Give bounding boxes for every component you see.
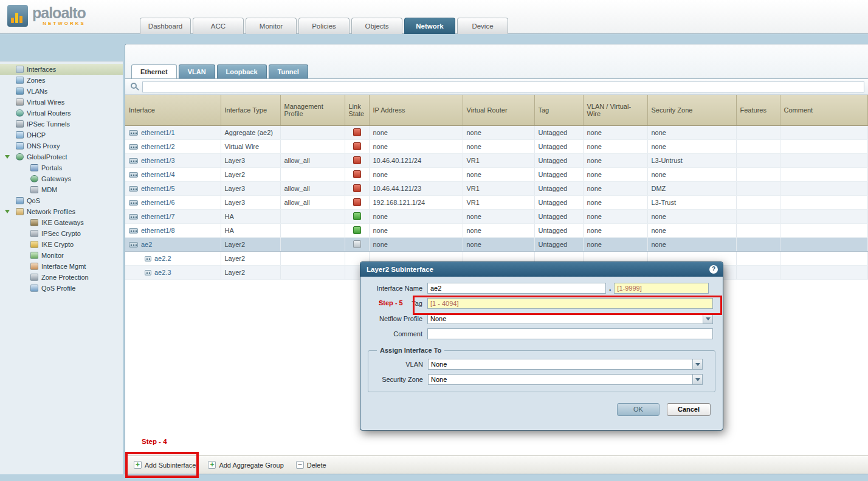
- sidebar-item-interfaces[interactable]: Interfaces: [0, 64, 123, 75]
- table-row[interactable]: ethernet1/4 Layer2 none none Untagged no…: [125, 167, 868, 181]
- table-row[interactable]: ethernet1/8 HA none none Untagged none n…: [125, 223, 868, 237]
- table-row[interactable]: ethernet1/1 Aggregate (ae2) none none Un…: [125, 125, 868, 139]
- chevron-down-icon[interactable]: [692, 359, 703, 370]
- tab-dashboard[interactable]: Dashboard: [140, 18, 191, 34]
- sidebar-item-monitor[interactable]: Monitor: [0, 250, 123, 261]
- sidebar-item-interface-mgmt[interactable]: Interface Mgmt: [0, 261, 123, 272]
- sidebar-item-ipsec-tunnels[interactable]: IPSec Tunnels: [0, 119, 123, 130]
- table-row[interactable]: ethernet1/7 HA none none Untagged none n…: [125, 209, 868, 223]
- sidebar-item-globalprotect[interactable]: GlobalProtect: [0, 151, 123, 162]
- subtab-vlan[interactable]: VLAN: [179, 64, 215, 78]
- interface-link[interactable]: ethernet1/1: [141, 129, 175, 136]
- column-header-interface-type[interactable]: Interface Type: [221, 95, 280, 125]
- sidebar-item-label: IKE Crypto: [41, 241, 74, 248]
- interface-link[interactable]: ae2.2: [154, 255, 171, 262]
- table-row-selected[interactable]: ae2 Layer2 none none Untagged none none: [125, 237, 868, 251]
- cell-interface-type: Virtual Wire: [221, 139, 280, 153]
- column-header-virtual-router[interactable]: Virtual Router: [463, 95, 534, 125]
- cancel-button[interactable]: Cancel: [667, 403, 711, 416]
- tab-policies[interactable]: Policies: [298, 18, 350, 34]
- column-header-tag[interactable]: Tag: [534, 95, 583, 125]
- ok-button[interactable]: OK: [617, 403, 660, 416]
- cell-ip-address: 192.168.121.1/24: [369, 195, 463, 209]
- tag-input[interactable]: [427, 298, 713, 309]
- vlans-icon: [16, 88, 24, 95]
- sidebar-item-ipsec-crypto[interactable]: IPSec Crypto: [0, 228, 123, 239]
- cell-vlan-virtual-wire: none: [583, 139, 647, 153]
- tab-device[interactable]: Device: [457, 18, 508, 34]
- cell-tag: Untagged: [534, 195, 583, 209]
- sidebar-item-dhcp[interactable]: DHCP: [0, 130, 123, 140]
- subtab-tunnel[interactable]: Tunnel: [269, 64, 308, 78]
- interface-suffix-input[interactable]: [614, 283, 709, 294]
- collapse-arrow-icon[interactable]: [5, 155, 10, 159]
- interface-link[interactable]: ethernet1/6: [141, 199, 175, 206]
- sidebar-item-virtual-routers[interactable]: Virtual Routers: [0, 108, 123, 119]
- assign-interface-to-group: Assign Interface To VLAN None Security Z…: [368, 347, 715, 392]
- search-input[interactable]: [142, 81, 864, 92]
- interface-link[interactable]: ethernet1/3: [141, 157, 175, 164]
- sidebar-item-mdm[interactable]: MDM: [0, 184, 123, 195]
- cell-security-zone: none: [647, 139, 736, 153]
- chevron-down-icon[interactable]: [703, 313, 713, 324]
- delete-button[interactable]: − Delete: [296, 461, 326, 469]
- sidebar-item-network-profiles[interactable]: Network Profiles: [0, 206, 123, 217]
- comment-label: Comment: [367, 330, 427, 337]
- sidebar-item-zones[interactable]: Zones: [0, 75, 123, 86]
- virtual-wires-icon: [16, 99, 24, 106]
- subtab-loopback[interactable]: Loopback: [217, 64, 267, 78]
- sidebar-item-ike-crypto[interactable]: IKE Crypto: [0, 239, 123, 250]
- interface-link[interactable]: ethernet1/4: [141, 171, 175, 178]
- table-row[interactable]: ethernet1/6 Layer3 allow_all 192.168.121…: [125, 195, 868, 209]
- column-header-comment[interactable]: Comment: [780, 95, 868, 125]
- name-separator: .: [609, 284, 611, 292]
- column-header-features[interactable]: Features: [736, 95, 780, 125]
- add-subinterface-button[interactable]: + Add Subinterface: [134, 461, 196, 469]
- comment-input[interactable]: [427, 328, 713, 339]
- column-header-interface[interactable]: Interface: [125, 95, 221, 125]
- sidebar-item-vlans[interactable]: VLANs: [0, 86, 123, 97]
- vlan-select[interactable]: None: [428, 359, 703, 370]
- table-row[interactable]: ethernet1/5 Layer3 allow_all 10.46.44.12…: [125, 181, 868, 195]
- chevron-down-icon[interactable]: [692, 374, 703, 385]
- interface-link[interactable]: ae2.3: [154, 269, 171, 276]
- interface-link[interactable]: ethernet1/2: [141, 143, 175, 150]
- cell-security-zone: L3-Untrust: [647, 153, 736, 167]
- sidebar-item-gateways[interactable]: Gateways: [0, 173, 123, 184]
- tab-objects[interactable]: Objects: [351, 18, 402, 34]
- column-header-link-state[interactable]: Link State: [345, 95, 369, 125]
- interface-link[interactable]: ethernet1/7: [141, 213, 175, 220]
- interface-name-input[interactable]: [427, 283, 606, 294]
- interface-link[interactable]: ae2: [141, 241, 152, 248]
- column-header-vlan-virtual-wire[interactable]: VLAN / Virtual-Wire: [583, 95, 647, 125]
- sidebar-item-ike-gateways[interactable]: IKE Gateways: [0, 217, 123, 228]
- cell-management-profile: allow_all: [280, 181, 345, 195]
- sidebar-item-zone-protection[interactable]: Zone Protection: [0, 272, 123, 283]
- interface-link[interactable]: ethernet1/5: [141, 185, 175, 192]
- security-zone-select[interactable]: None: [428, 374, 703, 385]
- tab-monitor[interactable]: Monitor: [246, 18, 297, 34]
- sidebar-item-dns-proxy[interactable]: DNS Proxy: [0, 140, 123, 151]
- interface-link[interactable]: ethernet1/8: [141, 227, 175, 234]
- help-icon[interactable]: ?: [709, 265, 718, 274]
- sidebar-item-qos[interactable]: QoS: [0, 195, 123, 206]
- sidebar-item-qos-profile[interactable]: QoS Profile: [0, 283, 123, 294]
- tab-acc[interactable]: ACC: [193, 18, 244, 34]
- tab-network[interactable]: Network: [404, 18, 455, 34]
- collapse-arrow-icon[interactable]: [5, 210, 10, 213]
- table-row[interactable]: ethernet1/2 Virtual Wire none none Untag…: [125, 139, 868, 153]
- sidebar-item-portals[interactable]: Portals: [0, 162, 123, 173]
- column-header-management-profile[interactable]: Management Profile: [280, 95, 345, 125]
- sidebar-item-virtual-wires[interactable]: Virtual Wires: [0, 97, 123, 108]
- column-header-ip-address[interactable]: IP Address: [369, 95, 463, 125]
- cell-management-profile: [280, 237, 345, 251]
- subtab-ethernet[interactable]: Ethernet: [131, 64, 177, 78]
- cell-management-profile: [280, 125, 345, 139]
- netflow-profile-select[interactable]: None: [427, 313, 713, 324]
- column-header-security-zone[interactable]: Security Zone: [647, 95, 736, 125]
- table-row[interactable]: ethernet1/3 Layer3 allow_all 10.46.40.12…: [125, 153, 868, 167]
- sidebar-item-label: Virtual Routers: [27, 109, 71, 117]
- link-down-icon: [353, 142, 361, 150]
- sidebar-item-label: Zone Protection: [41, 274, 89, 281]
- add-aggregate-group-button[interactable]: + Add Aggregate Group: [208, 461, 283, 469]
